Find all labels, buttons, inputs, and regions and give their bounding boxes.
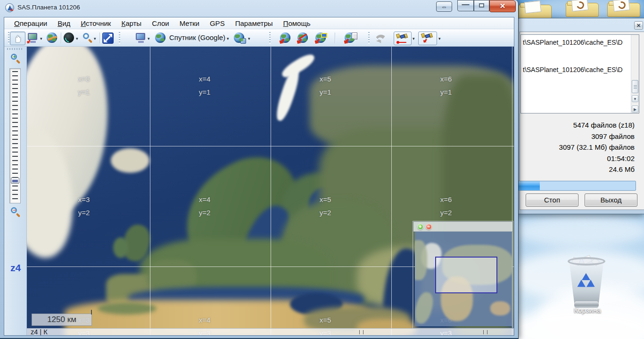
minimap-world-map[interactable] <box>415 232 512 326</box>
minimap-viewport-rect[interactable] <box>435 257 497 293</box>
map-source-label[interactable]: Спутник (Google) <box>169 33 225 41</box>
slider-tick <box>12 139 18 140</box>
toolbar-grip[interactable] <box>269 32 271 44</box>
globe-icon <box>155 32 165 43</box>
maximize-icon <box>479 3 484 8</box>
fullscreen-button[interactable] <box>102 32 114 44</box>
minimap-panel[interactable]: + − <box>413 221 513 328</box>
toolbar-grip[interactable] <box>8 32 9 44</box>
dialog-client-area: t\SASPlanet_101206\cache_ES\Dt\SASPlanet… <box>520 32 644 210</box>
window-client-area: ОперацииВидИсточникКартыСлоиМеткиGPSПара… <box>4 17 514 336</box>
slider-tick <box>12 118 18 119</box>
cloud <box>514 214 644 247</box>
globe-download-icon <box>280 32 290 43</box>
distance-measure-button[interactable] <box>47 32 58 44</box>
gps-antenna-icon <box>375 32 386 44</box>
selection-manager-button[interactable] <box>27 32 39 44</box>
recycle-bin-icon[interactable]: Корзина <box>564 254 611 318</box>
tile-coordinate-label: x=6y=1 <box>440 73 452 99</box>
status-separator <box>483 330 487 334</box>
layers-globe-button[interactable] <box>234 32 245 44</box>
slider-tick <box>12 169 18 170</box>
menu-item[interactable]: Параметры <box>230 18 278 28</box>
slider-tick <box>12 190 18 191</box>
zoom-tool-button[interactable] <box>83 32 94 44</box>
fullscreen-icon <box>102 32 114 44</box>
dropdown-arrow-icon[interactable]: ▾ <box>413 36 415 41</box>
scroll-right-button[interactable]: ▶ <box>632 105 638 113</box>
menu-item[interactable]: Источник <box>75 18 116 28</box>
scrollbar-thumb[interactable] <box>632 80 638 93</box>
tile-coordinate-label: x=4y=2 <box>199 193 211 219</box>
scroll-down-button[interactable]: ▼ <box>632 95 638 102</box>
folder-icon[interactable] <box>519 5 552 19</box>
download-list-button[interactable] <box>345 32 356 44</box>
maximize-button[interactable] <box>474 0 489 11</box>
stat-line: 3097 файлов <box>524 131 635 142</box>
dropdown-arrow-icon[interactable]: ▾ <box>40 36 42 41</box>
exit-button[interactable]: Выход <box>585 194 637 207</box>
dark-globe-icon <box>64 32 74 43</box>
slider-tick <box>12 109 18 110</box>
gps-track-button[interactable] <box>394 32 412 45</box>
download-tiles-button[interactable] <box>280 32 291 44</box>
dropdown-arrow-icon[interactable]: ▾ <box>227 36 229 41</box>
menu-item[interactable]: GPS <box>205 18 230 28</box>
slider-tick <box>12 84 18 85</box>
minimap-zoom-in-button[interactable]: + <box>417 224 423 230</box>
dropdown-arrow-icon[interactable]: ▾ <box>438 36 441 41</box>
menu-item[interactable]: Помощь <box>278 18 316 28</box>
slider-tick <box>12 97 18 97</box>
menu-item[interactable]: Карты <box>116 18 147 28</box>
folder-icon[interactable] <box>566 3 599 17</box>
zoom-out-icon: − <box>12 207 17 213</box>
map-view[interactable]: x=3y=1x=4y=1x=5y=1x=6y=1x=3y=2x=4y=2x=5y… <box>27 47 514 335</box>
minimap-zoom-out-button[interactable]: − <box>426 224 432 230</box>
fill-map-button[interactable] <box>64 32 75 44</box>
download-progress-dialog: ✕ t\SASPlanet_101206\cache_ES\Dt\SASPlan… <box>517 18 644 214</box>
zoom-slider-thumb[interactable] <box>11 178 19 184</box>
menu-item[interactable]: Операции <box>9 18 52 28</box>
close-button[interactable]: ✕ <box>489 0 516 12</box>
minimap-header: + − <box>413 222 512 232</box>
minimize-button[interactable]: — <box>457 0 474 11</box>
menu-item[interactable]: Слои <box>147 18 174 28</box>
globe-map-export-icon <box>315 32 326 43</box>
recycle-bin-rim <box>568 257 605 266</box>
toolbar-grip[interactable] <box>368 32 370 44</box>
dropdown-arrow-icon[interactable]: ▾ <box>94 36 96 41</box>
toolbar-grip[interactable] <box>119 32 120 44</box>
menu-item[interactable]: Вид <box>52 18 75 28</box>
dialog-close-button[interactable]: ✕ <box>634 21 643 30</box>
sidebar-grip[interactable] <box>7 48 24 50</box>
vertical-scrollbar[interactable]: ▼ <box>631 35 639 113</box>
globe-list-icon <box>345 32 355 43</box>
stop-button[interactable]: Стоп <box>526 194 578 207</box>
dropdown-arrow-icon[interactable]: ▾ <box>148 36 150 41</box>
zoom-in-icon: + <box>12 54 17 60</box>
dropdown-arrow-icon[interactable]: ▾ <box>76 36 78 41</box>
download-path-listbox[interactable]: t\SASPlanet_101206\cache_ES\Dt\SASPlanet… <box>520 34 639 113</box>
map-source-globe-button[interactable] <box>155 32 166 44</box>
stat-line: 3097 (32.1 Мб) файлов <box>524 142 635 153</box>
tile-coordinate-label: x=6y=2 <box>440 193 452 219</box>
gps-follow-button[interactable] <box>418 32 437 45</box>
zoom-out-button[interactable]: − <box>10 207 21 217</box>
zoom-slider[interactable] <box>9 68 21 203</box>
zoom-level-label: z4 <box>4 262 27 274</box>
pan-tool-button[interactable] <box>10 32 25 45</box>
display-settings-button[interactable] <box>135 32 147 44</box>
dropdown-arrow-icon[interactable]: ▾ <box>248 36 250 41</box>
toolbar-separator <box>61 32 61 43</box>
folder-icon[interactable] <box>607 3 640 17</box>
hand-icon <box>12 33 23 44</box>
download-progress-bar <box>518 181 636 191</box>
zoom-in-button[interactable]: + <box>10 53 21 64</box>
export-tiles-button[interactable] <box>315 32 327 44</box>
resize-arrow-button[interactable]: ⇔ <box>436 1 452 12</box>
status-zoom-text: z4 | К <box>31 329 48 335</box>
sas-planet-window: SAS.Планета 101206 ⇔ — ✕ ОперацииВидИсто… <box>0 0 519 339</box>
delete-tiles-button[interactable] <box>297 32 309 44</box>
titlebar[interactable]: SAS.Планета 101206 ⇔ — ✕ <box>0 0 518 15</box>
menu-item[interactable]: Метки <box>174 18 205 28</box>
